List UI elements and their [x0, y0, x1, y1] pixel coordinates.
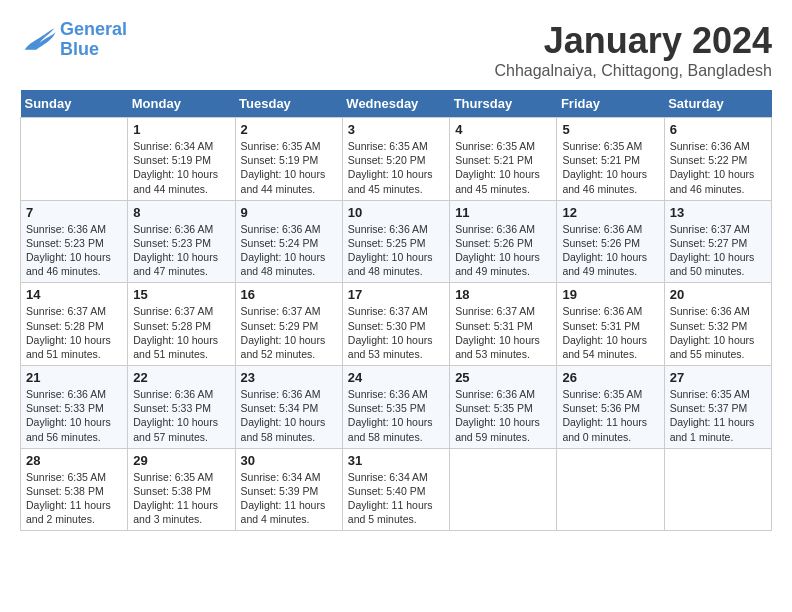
- calendar-cell: 6Sunrise: 6:36 AMSunset: 5:22 PMDaylight…: [664, 118, 771, 201]
- day-info: Sunrise: 6:37 AMSunset: 5:27 PMDaylight:…: [670, 222, 766, 279]
- day-info: Sunrise: 6:36 AMSunset: 5:33 PMDaylight:…: [133, 387, 229, 444]
- month-title: January 2024: [494, 20, 772, 62]
- calendar-cell: 15Sunrise: 6:37 AMSunset: 5:28 PMDayligh…: [128, 283, 235, 366]
- day-number: 7: [26, 205, 122, 220]
- calendar-cell: 20Sunrise: 6:36 AMSunset: 5:32 PMDayligh…: [664, 283, 771, 366]
- day-number: 22: [133, 370, 229, 385]
- day-number: 20: [670, 287, 766, 302]
- calendar-cell: 10Sunrise: 6:36 AMSunset: 5:25 PMDayligh…: [342, 200, 449, 283]
- calendar-cell: 30Sunrise: 6:34 AMSunset: 5:39 PMDayligh…: [235, 448, 342, 531]
- day-info: Sunrise: 6:35 AMSunset: 5:38 PMDaylight:…: [26, 470, 122, 527]
- day-info: Sunrise: 6:35 AMSunset: 5:36 PMDaylight:…: [562, 387, 658, 444]
- calendar-week-row: 14Sunrise: 6:37 AMSunset: 5:28 PMDayligh…: [21, 283, 772, 366]
- calendar-cell: [664, 448, 771, 531]
- calendar-cell: 12Sunrise: 6:36 AMSunset: 5:26 PMDayligh…: [557, 200, 664, 283]
- title-block: January 2024 Chhagalnaiya, Chittagong, B…: [494, 20, 772, 80]
- day-number: 9: [241, 205, 337, 220]
- calendar-cell: 29Sunrise: 6:35 AMSunset: 5:38 PMDayligh…: [128, 448, 235, 531]
- day-info: Sunrise: 6:35 AMSunset: 5:21 PMDaylight:…: [455, 139, 551, 196]
- day-info: Sunrise: 6:36 AMSunset: 5:23 PMDaylight:…: [26, 222, 122, 279]
- day-number: 27: [670, 370, 766, 385]
- calendar-cell: 25Sunrise: 6:36 AMSunset: 5:35 PMDayligh…: [450, 366, 557, 449]
- day-number: 5: [562, 122, 658, 137]
- calendar-cell: 16Sunrise: 6:37 AMSunset: 5:29 PMDayligh…: [235, 283, 342, 366]
- calendar-week-row: 7Sunrise: 6:36 AMSunset: 5:23 PMDaylight…: [21, 200, 772, 283]
- calendar-cell: 8Sunrise: 6:36 AMSunset: 5:23 PMDaylight…: [128, 200, 235, 283]
- day-number: 31: [348, 453, 444, 468]
- day-number: 29: [133, 453, 229, 468]
- day-number: 15: [133, 287, 229, 302]
- calendar-week-row: 28Sunrise: 6:35 AMSunset: 5:38 PMDayligh…: [21, 448, 772, 531]
- day-info: Sunrise: 6:34 AMSunset: 5:40 PMDaylight:…: [348, 470, 444, 527]
- day-info: Sunrise: 6:35 AMSunset: 5:19 PMDaylight:…: [241, 139, 337, 196]
- calendar-cell: 2Sunrise: 6:35 AMSunset: 5:19 PMDaylight…: [235, 118, 342, 201]
- day-info: Sunrise: 6:35 AMSunset: 5:37 PMDaylight:…: [670, 387, 766, 444]
- header-day-saturday: Saturday: [664, 90, 771, 118]
- day-number: 12: [562, 205, 658, 220]
- header-day-thursday: Thursday: [450, 90, 557, 118]
- calendar-cell: 9Sunrise: 6:36 AMSunset: 5:24 PMDaylight…: [235, 200, 342, 283]
- day-info: Sunrise: 6:34 AMSunset: 5:39 PMDaylight:…: [241, 470, 337, 527]
- header-day-friday: Friday: [557, 90, 664, 118]
- day-number: 16: [241, 287, 337, 302]
- day-info: Sunrise: 6:37 AMSunset: 5:30 PMDaylight:…: [348, 304, 444, 361]
- calendar-cell: 14Sunrise: 6:37 AMSunset: 5:28 PMDayligh…: [21, 283, 128, 366]
- day-info: Sunrise: 6:36 AMSunset: 5:25 PMDaylight:…: [348, 222, 444, 279]
- day-info: Sunrise: 6:36 AMSunset: 5:35 PMDaylight:…: [348, 387, 444, 444]
- calendar-cell: 5Sunrise: 6:35 AMSunset: 5:21 PMDaylight…: [557, 118, 664, 201]
- calendar-cell: 22Sunrise: 6:36 AMSunset: 5:33 PMDayligh…: [128, 366, 235, 449]
- calendar-cell: 4Sunrise: 6:35 AMSunset: 5:21 PMDaylight…: [450, 118, 557, 201]
- header-day-sunday: Sunday: [21, 90, 128, 118]
- day-number: 10: [348, 205, 444, 220]
- day-info: Sunrise: 6:36 AMSunset: 5:33 PMDaylight:…: [26, 387, 122, 444]
- calendar-cell: [21, 118, 128, 201]
- day-number: 19: [562, 287, 658, 302]
- day-number: 21: [26, 370, 122, 385]
- day-number: 18: [455, 287, 551, 302]
- day-info: Sunrise: 6:35 AMSunset: 5:21 PMDaylight:…: [562, 139, 658, 196]
- day-number: 24: [348, 370, 444, 385]
- calendar-cell: 21Sunrise: 6:36 AMSunset: 5:33 PMDayligh…: [21, 366, 128, 449]
- header-day-tuesday: Tuesday: [235, 90, 342, 118]
- day-number: 13: [670, 205, 766, 220]
- day-info: Sunrise: 6:36 AMSunset: 5:24 PMDaylight:…: [241, 222, 337, 279]
- page-header: General Blue January 2024 Chhagalnaiya, …: [20, 20, 772, 80]
- calendar-cell: 31Sunrise: 6:34 AMSunset: 5:40 PMDayligh…: [342, 448, 449, 531]
- calendar-cell: 23Sunrise: 6:36 AMSunset: 5:34 PMDayligh…: [235, 366, 342, 449]
- day-number: 2: [241, 122, 337, 137]
- day-number: 28: [26, 453, 122, 468]
- day-number: 4: [455, 122, 551, 137]
- day-number: 3: [348, 122, 444, 137]
- calendar-cell: 7Sunrise: 6:36 AMSunset: 5:23 PMDaylight…: [21, 200, 128, 283]
- calendar-cell: 13Sunrise: 6:37 AMSunset: 5:27 PMDayligh…: [664, 200, 771, 283]
- logo: General Blue: [20, 20, 127, 60]
- day-info: Sunrise: 6:36 AMSunset: 5:34 PMDaylight:…: [241, 387, 337, 444]
- day-info: Sunrise: 6:37 AMSunset: 5:28 PMDaylight:…: [133, 304, 229, 361]
- calendar-cell: 1Sunrise: 6:34 AMSunset: 5:19 PMDaylight…: [128, 118, 235, 201]
- day-number: 25: [455, 370, 551, 385]
- day-number: 1: [133, 122, 229, 137]
- calendar-cell: 19Sunrise: 6:36 AMSunset: 5:31 PMDayligh…: [557, 283, 664, 366]
- day-number: 26: [562, 370, 658, 385]
- calendar-cell: 11Sunrise: 6:36 AMSunset: 5:26 PMDayligh…: [450, 200, 557, 283]
- calendar-week-row: 1Sunrise: 6:34 AMSunset: 5:19 PMDaylight…: [21, 118, 772, 201]
- day-info: Sunrise: 6:36 AMSunset: 5:26 PMDaylight:…: [455, 222, 551, 279]
- calendar-header-row: SundayMondayTuesdayWednesdayThursdayFrid…: [21, 90, 772, 118]
- header-day-monday: Monday: [128, 90, 235, 118]
- logo-icon: [20, 25, 56, 55]
- calendar-cell: 27Sunrise: 6:35 AMSunset: 5:37 PMDayligh…: [664, 366, 771, 449]
- day-number: 14: [26, 287, 122, 302]
- day-info: Sunrise: 6:36 AMSunset: 5:26 PMDaylight:…: [562, 222, 658, 279]
- location-title: Chhagalnaiya, Chittagong, Bangladesh: [494, 62, 772, 80]
- calendar-cell: 17Sunrise: 6:37 AMSunset: 5:30 PMDayligh…: [342, 283, 449, 366]
- day-info: Sunrise: 6:35 AMSunset: 5:38 PMDaylight:…: [133, 470, 229, 527]
- logo-text: General Blue: [60, 20, 127, 60]
- day-info: Sunrise: 6:36 AMSunset: 5:35 PMDaylight:…: [455, 387, 551, 444]
- day-info: Sunrise: 6:37 AMSunset: 5:29 PMDaylight:…: [241, 304, 337, 361]
- day-number: 23: [241, 370, 337, 385]
- day-info: Sunrise: 6:36 AMSunset: 5:32 PMDaylight:…: [670, 304, 766, 361]
- day-info: Sunrise: 6:35 AMSunset: 5:20 PMDaylight:…: [348, 139, 444, 196]
- day-number: 11: [455, 205, 551, 220]
- day-info: Sunrise: 6:34 AMSunset: 5:19 PMDaylight:…: [133, 139, 229, 196]
- day-info: Sunrise: 6:37 AMSunset: 5:28 PMDaylight:…: [26, 304, 122, 361]
